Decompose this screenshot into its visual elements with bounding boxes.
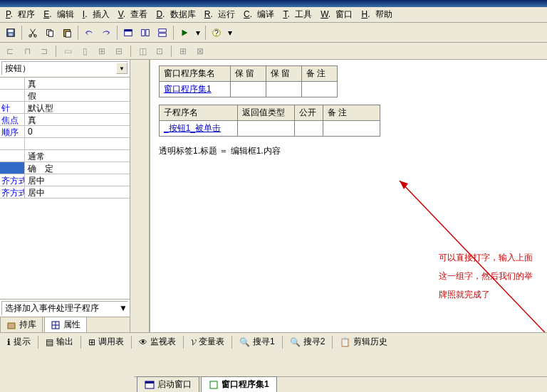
bottom-panel-tabs: ℹ提示 ▤输出 ⊞调用表 👁监视表 𝓥变量表 🔍搜寻1 🔍搜寻2 📋剪辑历史 bbox=[0, 332, 547, 351]
layout6-icon[interactable]: ⊡ bbox=[152, 45, 167, 58]
layout2-icon[interactable]: ▯ bbox=[78, 45, 92, 58]
tab-watch[interactable]: 👁监视表 bbox=[135, 334, 180, 349]
col-header: 保 留 bbox=[231, 66, 266, 82]
help-button[interactable]: ? bbox=[209, 25, 224, 41]
toolbar-secondary: ⊏ ⊓ ⊐ ▭ ▯ ⊞ ⊟ ◫ ⊡ ⊞ ⊠ bbox=[0, 43, 547, 60]
prop-row[interactable] bbox=[0, 138, 130, 150]
tab-clip[interactable]: 📋剪辑历史 bbox=[335, 334, 392, 349]
tab-property[interactable]: 属性 bbox=[44, 317, 87, 332]
col-header: 窗口程序集名 bbox=[160, 66, 231, 82]
tab-tip[interactable]: ℹ提示 bbox=[3, 334, 35, 349]
run-button[interactable] bbox=[177, 25, 192, 41]
prop-row[interactable]: 假 bbox=[0, 90, 130, 102]
layout1-icon[interactable]: ▭ bbox=[61, 45, 75, 58]
tab-output[interactable]: ▤输出 bbox=[41, 334, 78, 349]
layout3-icon[interactable]: ⊞ bbox=[95, 45, 109, 58]
subroutine-table: 子程序名 返回值类型 公开 备 注 _按钮1_被单击 bbox=[159, 105, 380, 137]
help-dd-button[interactable]: ▾ bbox=[226, 25, 234, 41]
svg-rect-14 bbox=[159, 33, 167, 36]
layout4-icon[interactable]: ⊟ bbox=[112, 45, 126, 58]
prop-row[interactable]: 顺序0 bbox=[0, 126, 130, 138]
menubar: P. 程序 E. 编辑 I. 插入 V. 查看 D. 数据库 R. 运行 C. … bbox=[0, 7, 547, 23]
svg-rect-13 bbox=[159, 28, 167, 31]
svg-point-4 bbox=[34, 34, 37, 37]
align-right-icon[interactable]: ⊐ bbox=[37, 45, 51, 58]
tab-var[interactable]: 𝓥变量表 bbox=[187, 334, 229, 349]
prop-row[interactable]: 针默认型 bbox=[0, 102, 130, 114]
svg-rect-24 bbox=[145, 381, 154, 383]
titlebar bbox=[0, 0, 547, 7]
menu-help[interactable]: H. 帮助 bbox=[358, 7, 397, 22]
paste-button[interactable] bbox=[59, 25, 75, 41]
menu-window[interactable]: W. 窗口 bbox=[318, 7, 358, 22]
undo-button[interactable] bbox=[81, 25, 97, 41]
menu-tools[interactable]: T. 工具 bbox=[280, 7, 318, 22]
window1-button[interactable] bbox=[120, 25, 136, 41]
tab-find1[interactable]: 🔍搜寻1 bbox=[235, 334, 279, 349]
align-left-icon[interactable]: ⊏ bbox=[3, 45, 17, 58]
property-grid[interactable]: 真 假 针默认型 焦点真 顺序0 通常 确 定 齐方式居中 齐方式居中 bbox=[0, 78, 130, 299]
annotation-text: 可以直接打字，输入上面 这一组字，然后我们的举 牌照就完成了 bbox=[439, 248, 533, 304]
object-selector[interactable]: ▼ bbox=[1, 61, 128, 75]
menu-insert[interactable]: I. 插入 bbox=[80, 7, 115, 22]
editor-tabs: 启动窗口 窗口程序集1 bbox=[134, 376, 547, 392]
prop-row[interactable]: 焦点真 bbox=[0, 114, 130, 126]
svg-rect-12 bbox=[146, 29, 149, 36]
layout8-icon[interactable]: ⊠ bbox=[193, 45, 207, 58]
prop-row-selected[interactable]: 确 定 bbox=[0, 162, 130, 174]
run-dd-button[interactable]: ▾ bbox=[194, 25, 202, 41]
menu-run[interactable]: R. 运行 bbox=[202, 7, 241, 22]
svg-rect-8 bbox=[66, 31, 71, 37]
chevron-down-icon[interactable]: ▼ bbox=[116, 63, 127, 74]
svg-rect-17 bbox=[8, 323, 15, 329]
main-area: ▼ 真 假 针默认型 焦点真 顺序0 通常 确 定 齐方式居中 齐方式居中 选择… bbox=[0, 60, 547, 332]
col-header: 公开 bbox=[295, 105, 323, 121]
svg-point-3 bbox=[29, 34, 32, 37]
search-icon: 🔍 bbox=[290, 337, 301, 347]
code-line[interactable]: 透明标签1.标题 ＝ 编辑框1.内容 bbox=[159, 144, 538, 159]
copy-button[interactable] bbox=[42, 25, 58, 41]
col-header: 备 注 bbox=[323, 105, 380, 121]
layout7-icon[interactable]: ⊞ bbox=[176, 45, 190, 58]
tab-support[interactable]: 持库 bbox=[0, 317, 43, 332]
prop-row[interactable]: 通常 bbox=[0, 150, 130, 162]
menu-database[interactable]: D. 数据库 bbox=[153, 7, 201, 22]
tab-call[interactable]: ⊞调用表 bbox=[84, 334, 128, 349]
menu-compile[interactable]: C. 编译 bbox=[241, 7, 280, 22]
output-icon: ▤ bbox=[46, 337, 53, 347]
svg-rect-10 bbox=[125, 29, 132, 31]
table-row[interactable]: _按钮1_被单击 bbox=[160, 121, 380, 137]
var-icon: 𝓥 bbox=[191, 337, 196, 347]
redo-button[interactable] bbox=[98, 25, 114, 41]
save-button[interactable] bbox=[3, 25, 19, 41]
chevron-down-icon[interactable]: ▼ bbox=[119, 303, 127, 313]
layout5-icon[interactable]: ◫ bbox=[135, 45, 150, 58]
watch-icon: 👁 bbox=[139, 337, 147, 347]
svg-rect-11 bbox=[142, 29, 145, 36]
prop-row[interactable]: 齐方式居中 bbox=[0, 186, 130, 198]
prop-row[interactable]: 齐方式居中 bbox=[0, 174, 130, 186]
window2-button[interactable] bbox=[137, 25, 153, 41]
col-header: 子程序名 bbox=[160, 105, 238, 121]
clipboard-icon: 📋 bbox=[340, 337, 350, 347]
tab-window-assembly[interactable]: 窗口程序集1 bbox=[201, 376, 277, 392]
svg-rect-6 bbox=[48, 31, 53, 36]
menu-view[interactable]: V. 查看 bbox=[115, 7, 154, 22]
call-icon: ⊞ bbox=[88, 337, 95, 347]
tab-startup-window[interactable]: 启动窗口 bbox=[137, 376, 199, 392]
prop-row[interactable]: 真 bbox=[0, 78, 130, 90]
tab-find2[interactable]: 🔍搜寻2 bbox=[286, 334, 330, 349]
code-editor[interactable]: 窗口程序集名 保 留 保 留 备 注 窗口程序集1 子程序名 返回值类型 公开 … bbox=[150, 60, 547, 332]
event-selector[interactable]: 选择加入事件处理子程序 ▼ bbox=[1, 301, 128, 315]
align-center-icon[interactable]: ⊓ bbox=[20, 45, 34, 58]
window3-button[interactable] bbox=[155, 25, 170, 41]
window-assembly-table: 窗口程序集名 保 留 保 留 备 注 窗口程序集1 bbox=[159, 65, 338, 97]
table-row[interactable]: 窗口程序集1 bbox=[160, 82, 338, 97]
event-placeholder: 选择加入事件处理子程序 bbox=[2, 302, 119, 314]
cut-button[interactable] bbox=[25, 25, 41, 41]
menu-edit[interactable]: E. 编辑 bbox=[41, 7, 80, 22]
object-input[interactable] bbox=[2, 63, 116, 73]
svg-text:?: ? bbox=[214, 28, 219, 36]
menu-program[interactable]: P. 程序 bbox=[3, 7, 41, 22]
svg-marker-22 bbox=[400, 181, 408, 189]
